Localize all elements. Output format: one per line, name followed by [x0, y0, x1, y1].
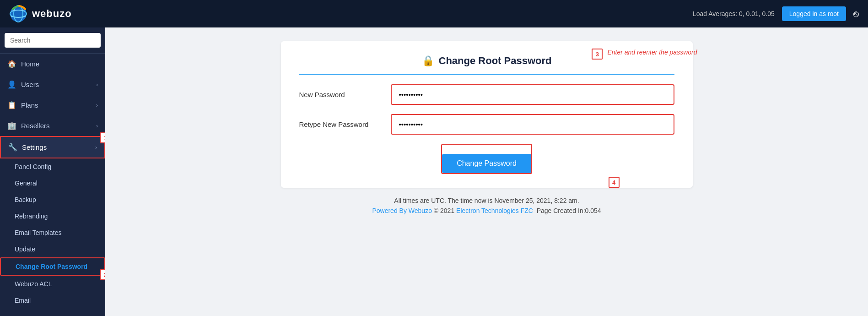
footer-links: Powered By Webuzo © 2021 Electron Techno… [124, 207, 850, 214]
sidebar-subitem-email[interactable]: Email [0, 292, 105, 309]
sidebar-item-resellers-label: Resellers [21, 122, 50, 130]
sidebar-item-home-label: Home [21, 60, 39, 68]
change-password-button[interactable]: Change Password [442, 154, 531, 173]
chevron-right-icon: › [95, 144, 97, 151]
sidebar-subitem-webuzo-acl[interactable]: Webuzo ACL [0, 276, 105, 292]
chevron-right-icon: › [96, 123, 98, 129]
sidebar-subitem-backup[interactable]: Backup [0, 191, 105, 208]
logo: webuzo [9, 5, 72, 23]
chevron-right-icon: › [96, 82, 98, 88]
retype-password-label: Retype New Password [299, 120, 391, 128]
sidebar-item-resellers[interactable]: 🏢 Resellers › [0, 115, 105, 136]
content-inner: 3 Enter and reenter the password 🔒 Chang… [105, 27, 868, 316]
logo-icon [9, 5, 27, 23]
utc-text: All times are UTC. The time now is Novem… [124, 197, 850, 204]
lock-icon: 🔒 [422, 55, 434, 67]
annotation-hint: Enter and reenter the password [607, 49, 697, 56]
chevron-right-icon: › [96, 102, 98, 109]
sidebar: 🏠 Home 👤 Users › 📋 Plans › 🏢 Resellers [0, 27, 105, 316]
users-icon: 👤 [7, 80, 16, 89]
search-input[interactable] [5, 33, 101, 48]
sidebar-item-settings[interactable]: 🔧 Settings › [0, 136, 105, 158]
sidebar-item-plans-label: Plans [21, 101, 38, 109]
logo-text: webuzo [32, 8, 72, 20]
sidebar-subitem-update[interactable]: Update [0, 241, 105, 257]
sidebar-subitem-general[interactable]: General [0, 175, 105, 191]
header: webuzo Load Averages: 0, 0.01, 0.05 Logg… [0, 0, 868, 27]
home-icon: 🏠 [7, 60, 16, 68]
load-averages: Load Averages: 0, 0.01, 0.05 [693, 10, 775, 17]
retype-password-input[interactable] [393, 116, 673, 133]
sidebar-item-users[interactable]: 👤 Users › [0, 74, 105, 95]
sidebar-subitem-change-root-password[interactable]: Change Root Password [0, 257, 105, 276]
content: 3 Enter and reenter the password 🔒 Chang… [105, 27, 868, 316]
plans-icon: 📋 [7, 101, 16, 109]
sidebar-item-home[interactable]: 🏠 Home [0, 54, 105, 74]
header-right: Load Averages: 0, 0.01, 0.05 Logged in a… [693, 6, 859, 21]
logged-in-button[interactable]: Logged in as root [782, 6, 846, 21]
annotation-3: 3 [592, 49, 603, 60]
sidebar-subitem-rebranding[interactable]: Rebranding [0, 208, 105, 224]
new-password-input[interactable] [393, 86, 673, 103]
change-password-card: 🔒 Change Root Password New Password Rety… [281, 41, 693, 188]
sidebar-subitem-email-templates[interactable]: Email Templates [0, 224, 105, 241]
settings-icon: 🔧 [8, 143, 17, 152]
resellers-icon: 🏢 [7, 121, 16, 130]
powered-by-link[interactable]: Powered By Webuzo [372, 207, 431, 214]
page-created-text: Page Created In:0.054 [535, 207, 601, 214]
sidebar-subitem-panel-config[interactable]: Panel Config [0, 158, 105, 175]
sidebar-item-users-label: Users [21, 81, 39, 88]
new-password-label: New Password [299, 91, 391, 98]
retype-password-row: Retype New Password [299, 114, 674, 135]
electron-link[interactable]: Electron Technologies FZC [456, 207, 533, 214]
annotation-4: 4 [609, 177, 620, 188]
content-footer: All times are UTC. The time now is Novem… [124, 188, 850, 219]
change-password-button-area: Change Password 4 [299, 144, 674, 174]
new-password-row: New Password [299, 84, 674, 105]
copyright-text: © 2021 [434, 207, 454, 214]
search-box [0, 27, 105, 53]
main-layout: 🏠 Home 👤 Users › 📋 Plans › 🏢 Resellers [0, 27, 868, 316]
sidebar-item-plans[interactable]: 📋 Plans › [0, 95, 105, 115]
annotation-2: 2 [100, 269, 105, 280]
logout-icon[interactable]: ⎋ [853, 9, 859, 19]
annotation-3-area: 3 Enter and reenter the password [592, 49, 697, 60]
sidebar-item-settings-label: Settings [22, 143, 47, 151]
annotation-1: 1 [100, 132, 105, 143]
